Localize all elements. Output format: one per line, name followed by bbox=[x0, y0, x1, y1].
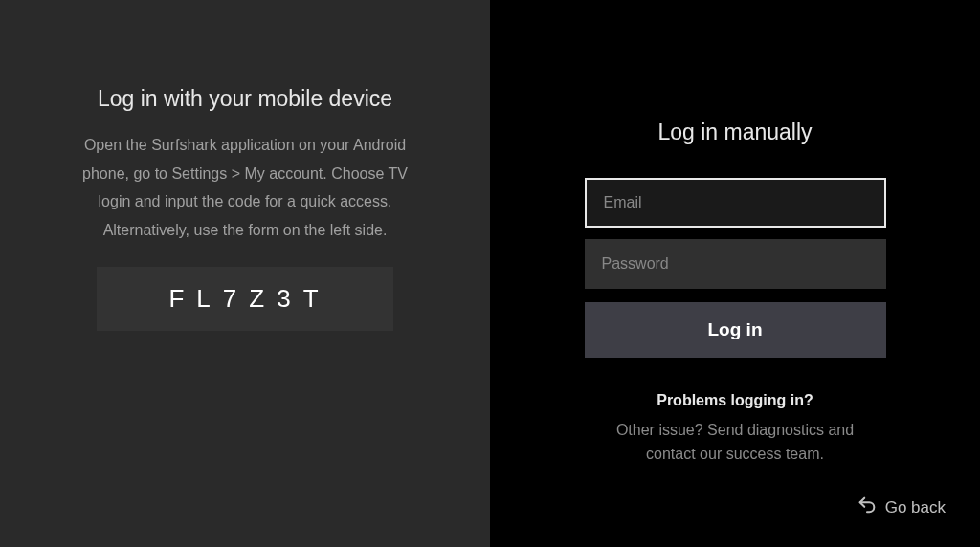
help-text: Other issue? Send diagnostics and contac… bbox=[567, 419, 903, 467]
tv-login-code: FL7Z3T bbox=[97, 267, 393, 331]
mobile-login-title: Log in with your mobile device bbox=[77, 86, 413, 112]
app-container: Log in with your mobile device Open the … bbox=[0, 0, 980, 547]
go-back-label: Go back bbox=[885, 498, 946, 517]
mobile-login-description: Open the Surfshark application on your A… bbox=[77, 131, 413, 244]
go-back-icon bbox=[857, 494, 878, 520]
email-field[interactable] bbox=[585, 178, 886, 228]
password-field[interactable] bbox=[585, 239, 886, 289]
login-button[interactable]: Log in bbox=[585, 302, 886, 358]
manual-login-title: Log in manually bbox=[567, 120, 903, 145]
mobile-login-panel: Log in with your mobile device Open the … bbox=[0, 0, 490, 547]
go-back-button[interactable]: Go back bbox=[857, 494, 946, 520]
problems-link[interactable]: Problems logging in? bbox=[567, 392, 903, 409]
manual-login-panel: Log in manually Log in Problems logging … bbox=[490, 0, 980, 547]
